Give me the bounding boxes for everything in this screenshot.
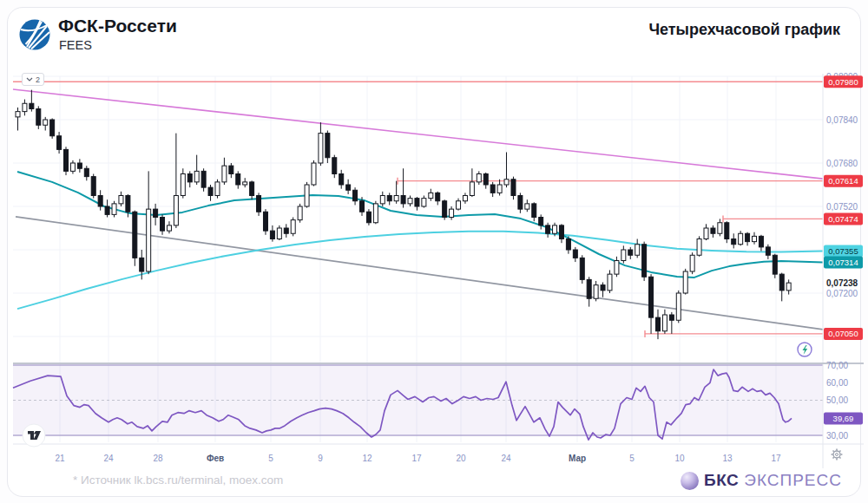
candle (326, 134, 330, 158)
candle (181, 174, 185, 196)
candle (161, 218, 165, 232)
svg-text:39,69: 39,69 (833, 414, 854, 423)
candle (147, 209, 151, 271)
candle (332, 158, 337, 174)
candle (655, 317, 660, 331)
candle (573, 250, 577, 258)
chevron-down-icon (26, 77, 33, 82)
price-chart-canvas: 0,080000,078400,076800,075200,072000,072… (0, 0, 868, 503)
svg-text:0,07680: 0,07680 (826, 159, 858, 168)
svg-text:0,07355: 0,07355 (828, 246, 858, 256)
candle (394, 196, 398, 201)
date-label: 5 (268, 454, 273, 463)
date-label: 24 (501, 454, 511, 463)
candle (263, 212, 267, 231)
ticker-label: FEES (59, 38, 92, 52)
candle (504, 180, 509, 185)
gear-icon[interactable] (832, 449, 843, 461)
candle (154, 209, 158, 217)
candle (587, 279, 591, 298)
candle (580, 258, 584, 279)
candle (57, 136, 62, 150)
candle (718, 223, 722, 234)
candle (697, 239, 701, 256)
instrument-title: ФСК-Россети (58, 16, 177, 36)
candle (360, 201, 365, 212)
ma-fast-badge: 0,07314 (824, 256, 863, 268)
candle (662, 315, 667, 331)
candle (250, 182, 254, 196)
candle (490, 185, 495, 193)
candle (497, 185, 502, 193)
chart-card: 0,080000,078400,076800,075200,072000,072… (0, 0, 868, 503)
candle (559, 225, 563, 239)
brand-name-secondary: ЭКСПРЕСС (744, 471, 842, 490)
candle (532, 204, 536, 218)
candle (408, 199, 412, 204)
candle (112, 204, 116, 215)
bks-sphere-icon (681, 472, 699, 490)
legend-count: 2 (36, 75, 40, 84)
candle (511, 180, 516, 196)
svg-text:50,00: 50,00 (826, 395, 848, 405)
candle (270, 231, 274, 238)
level-badge: 0,07614 (824, 175, 863, 187)
candle (77, 163, 82, 168)
last-price-label: 0,07238 (826, 278, 858, 288)
candle (539, 218, 543, 225)
candle (98, 196, 102, 207)
candle (23, 103, 27, 111)
rsi-value-badge: 39,69 (824, 412, 863, 424)
candle (291, 220, 295, 234)
candle (298, 206, 302, 220)
candle (436, 193, 440, 200)
legend-collapse-button[interactable]: 2 (22, 73, 44, 86)
candle (690, 255, 694, 271)
lightning-icon[interactable] (798, 343, 812, 356)
svg-text:0,07314: 0,07314 (828, 258, 858, 267)
candle (373, 204, 378, 223)
date-label: Мар (569, 454, 586, 463)
candle (208, 187, 213, 195)
timeframe-title: Четырехчасовой график (648, 21, 840, 39)
svg-text:0,07474: 0,07474 (828, 214, 858, 224)
candle (339, 174, 344, 186)
candle (739, 233, 743, 245)
candle (312, 163, 316, 185)
candle (140, 258, 144, 271)
candle (725, 223, 729, 239)
candle (463, 196, 467, 201)
candle (133, 212, 137, 258)
date-label: 21 (55, 454, 65, 463)
ma-slow-badge: 0,07355 (824, 245, 863, 258)
candle (457, 201, 461, 209)
source-note: * Источник lk.bcs.ru/terminal, moex.com (73, 474, 283, 487)
candle (16, 112, 20, 117)
candle (477, 174, 481, 182)
candle (167, 225, 171, 231)
candle (608, 274, 612, 291)
candle (236, 174, 240, 186)
svg-text:0,07520: 0,07520 (826, 202, 858, 212)
candle (305, 185, 309, 206)
candle (642, 245, 647, 278)
candle (553, 225, 557, 233)
brand-name-primary: БКС (704, 471, 739, 490)
candle (759, 236, 763, 247)
date-label: 12 (362, 454, 372, 463)
level-badge: 0,07474 (824, 212, 863, 225)
candle (566, 239, 570, 251)
candle (380, 196, 385, 204)
candle (201, 171, 206, 187)
fsk-rosseti-logo-icon (18, 17, 53, 52)
candle (669, 315, 674, 320)
candle (704, 228, 708, 239)
candle (766, 247, 770, 255)
candle (43, 120, 48, 125)
ma-fast-line (17, 172, 823, 278)
candle (284, 228, 288, 233)
date-label: 24 (103, 454, 114, 463)
candle (779, 274, 784, 291)
candle (401, 196, 405, 204)
candle (628, 250, 633, 255)
